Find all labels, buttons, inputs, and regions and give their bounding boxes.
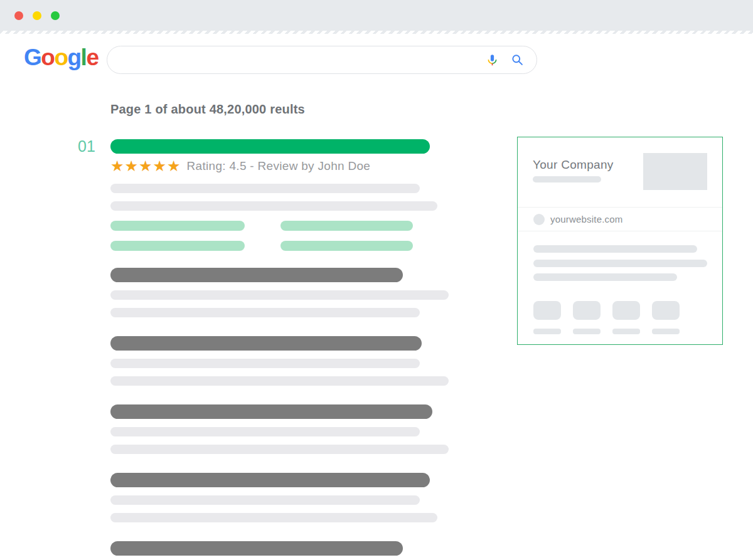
search-result-placeholder [110, 541, 462, 556]
placeholder-bar [110, 201, 437, 211]
knowledge-panel: Your Company yourwebsite.com [517, 137, 723, 345]
placeholder-bar [110, 376, 449, 386]
top-search-result: ★★★★★ Rating: 4.5 - Review by John Doe [110, 139, 462, 251]
search-result-placeholder [110, 336, 462, 386]
logo-letter: e [86, 45, 98, 70]
results-count: Page 1 of about 48,20,000 reults [110, 102, 305, 117]
sitelink-placeholder[interactable] [110, 241, 245, 251]
search-input[interactable] [120, 46, 475, 73]
result-title-placeholder[interactable] [110, 541, 403, 556]
knowledge-panel-header: Your Company [518, 137, 722, 207]
placeholder-bar [110, 513, 437, 522]
sitelink-placeholder[interactable] [280, 241, 413, 251]
browser-window: Google Page 1 of about 48,20,000 reults … [0, 0, 753, 560]
close-window-button[interactable] [14, 11, 23, 20]
company-name: Your Company [533, 158, 614, 172]
titlebar-edge-decoration [0, 31, 753, 34]
result-title-placeholder[interactable] [110, 404, 432, 419]
logo-letter: o [41, 45, 54, 70]
placeholder-bar [110, 495, 420, 505]
placeholder-bar [110, 445, 449, 454]
placeholder-bar [533, 329, 561, 334]
placeholder-bar [533, 245, 697, 253]
placeholder-bar [110, 184, 420, 193]
sitelinks-row [110, 241, 462, 251]
social-link-placeholder[interactable] [533, 301, 561, 320]
placeholder-bar [573, 329, 601, 334]
rating-text: Rating: 4.5 - Review by John Doe [187, 159, 371, 173]
result-title-placeholder[interactable] [110, 268, 403, 282]
logo-letter: o [54, 45, 67, 70]
placeholder-bar [533, 176, 601, 182]
sitelink-placeholder[interactable] [110, 221, 245, 231]
google-logo: Google [24, 45, 98, 70]
website-url[interactable]: yourwebsite.com [550, 214, 623, 225]
social-labels-row [533, 329, 707, 334]
result-rating-line: ★★★★★ Rating: 4.5 - Review by John Doe [110, 157, 462, 176]
window-titlebar [0, 0, 753, 31]
logo-letter: G [24, 45, 41, 70]
sitelink-placeholder[interactable] [280, 221, 413, 231]
favicon-placeholder [533, 214, 545, 225]
website-link-row[interactable]: yourwebsite.com [518, 208, 722, 231]
company-image-placeholder [643, 153, 707, 190]
result-title-placeholder[interactable] [110, 139, 430, 154]
placeholder-bar [110, 290, 449, 300]
microphone-icon[interactable] [484, 52, 500, 68]
placeholder-bar [652, 329, 680, 334]
knowledge-panel-body [518, 231, 722, 334]
result-title-placeholder[interactable] [110, 336, 422, 351]
social-link-placeholder[interactable] [573, 301, 601, 320]
placeholder-bar [612, 329, 640, 334]
social-link-placeholder[interactable] [652, 301, 680, 320]
search-result-placeholder [110, 473, 462, 522]
minimize-window-button[interactable] [33, 11, 41, 20]
search-result-placeholder [110, 268, 462, 317]
placeholder-bar [110, 308, 420, 317]
social-link-placeholder[interactable] [612, 301, 640, 320]
social-links-row [533, 301, 707, 320]
placeholder-bar [110, 359, 420, 368]
maximize-window-button[interactable] [51, 11, 60, 20]
placeholder-bar [533, 273, 677, 281]
search-bar[interactable] [107, 46, 537, 74]
results-list: 01 ★★★★★ Rating: 4.5 - Review by John Do… [110, 139, 462, 556]
sitelinks-row [110, 221, 462, 231]
placeholder-bar [533, 260, 707, 267]
result-title-placeholder[interactable] [110, 473, 430, 487]
result-rank-number: 01 [78, 137, 95, 156]
placeholder-bar [110, 427, 420, 436]
logo-letter: g [68, 45, 81, 70]
star-rating-icon: ★★★★★ [110, 157, 181, 176]
search-icon[interactable] [509, 52, 525, 68]
search-result-placeholder [110, 404, 462, 454]
